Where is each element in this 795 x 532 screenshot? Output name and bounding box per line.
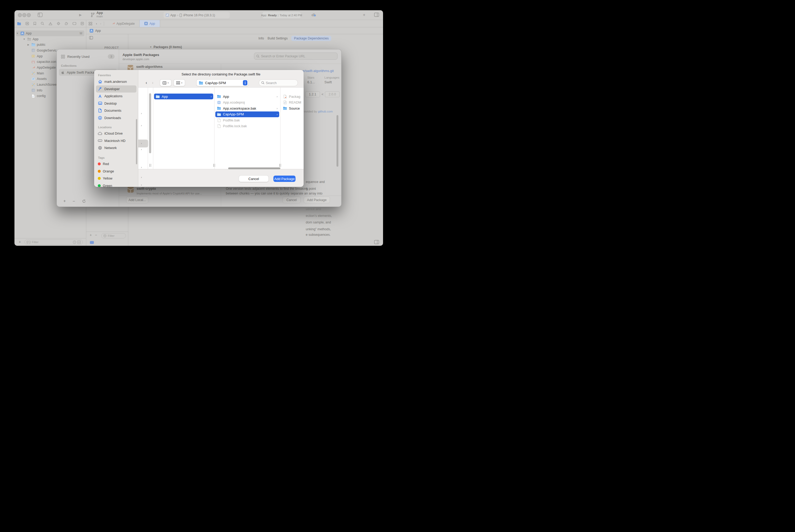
sidebar-item-green[interactable]: Green <box>96 182 136 187</box>
sidebar-item-macintosh-hd[interactable]: Macintosh HD <box>96 137 136 144</box>
column-overflow-chevron[interactable]: › <box>141 124 142 127</box>
collection-remove-button[interactable]: − <box>73 199 75 204</box>
navigator-filter-field[interactable]: Filter <box>24 240 83 245</box>
home-icon <box>98 80 102 83</box>
project-filter-field[interactable]: Filter <box>101 233 126 239</box>
add-local-button[interactable]: Add Local... <box>126 196 148 203</box>
collection-add-button[interactable]: + <box>63 199 66 204</box>
github-link[interactable]: github.com <box>318 110 333 113</box>
add-editor-icon[interactable]: + <box>363 12 365 18</box>
sidebar-item-red[interactable]: Red <box>96 160 136 167</box>
navigator-row[interactable]: ▼App <box>16 36 84 42</box>
file-row-readm[interactable]: READM <box>281 100 304 106</box>
sidebar-item-mark-anderson[interactable]: mark.anderson <box>96 78 136 85</box>
sidebar-item-applications[interactable]: Applications <box>96 93 136 100</box>
sidebar-toggle-icon[interactable] <box>38 13 43 17</box>
sidebar-item-documents[interactable]: Documents <box>96 107 136 114</box>
sidebar-item-developer[interactable]: Developer <box>96 86 136 93</box>
project-remove-button[interactable]: − <box>95 233 97 237</box>
editor-layout-icon[interactable] <box>374 13 379 17</box>
column-overflow-chevron[interactable]: › <box>141 166 142 169</box>
navigator-row[interactable]: ▶public <box>16 42 84 48</box>
column-view-button[interactable]: ▾ <box>160 79 171 86</box>
file-row-podfile-lock-bak[interactable]: Podfile.lock.bak <box>215 123 279 129</box>
package-search-field[interactable]: Search or Enter Package URL <box>254 53 338 60</box>
column-overflow-chevron[interactable]: › <box>141 112 142 115</box>
sidebar-item-orange[interactable]: Orange <box>96 168 136 175</box>
inspector-toggle-icon[interactable] <box>89 36 93 39</box>
run-button[interactable]: ▶ <box>79 13 82 17</box>
file-row-podfile-bak[interactable]: Podfile.bak <box>215 117 279 123</box>
cancel-button[interactable]: Cancel <box>239 176 268 182</box>
forward-nav-icon[interactable]: › <box>100 22 101 25</box>
version-min-field[interactable]: 1.2.1 <box>305 92 320 97</box>
navigator-folder-icon[interactable] <box>17 22 21 25</box>
sidebar-item-icloud-drive[interactable]: iCloud Drive <box>96 130 136 137</box>
sidebar-item-downloads[interactable]: Downloads <box>96 114 136 121</box>
file-row-capapp-spm[interactable]: CapApp-SPM› <box>215 111 279 117</box>
navigator-row-root[interactable]: ▼AppM <box>16 31 84 36</box>
forward-button[interactable]: › <box>152 80 153 85</box>
readme-fragment: unking” methods, <box>306 227 331 231</box>
column-resize-handle[interactable] <box>279 164 282 167</box>
package-row-swift-crypto[interactable]: swift-crypto Implements most of Apple's … <box>127 186 219 195</box>
sidebar-item-desktop[interactable]: Desktop <box>96 100 136 107</box>
directory-popup[interactable]: CapApp-SPM ▲▼ <box>196 79 248 86</box>
readme-fragment: dom sample, and <box>306 221 331 224</box>
column-resize-handle[interactable] <box>149 164 152 167</box>
horizontal-scrollbar[interactable] <box>228 167 280 169</box>
file-row-app[interactable]: App› <box>215 94 279 99</box>
navigator-debug-icon[interactable] <box>65 22 68 25</box>
column-resize-handle[interactable] <box>212 164 216 167</box>
file-search-field[interactable]: Search <box>259 79 298 86</box>
navigator-tests-icon[interactable] <box>57 22 60 25</box>
tab-package-dependencies[interactable]: Package Dependencies <box>291 36 331 41</box>
traffic-zoom-button[interactable] <box>27 13 31 17</box>
project-add-button[interactable]: + <box>90 233 92 237</box>
file-row-app-xcworkspace-bak[interactable]: App.xcworkspace.bak› <box>215 106 279 111</box>
recently-used-item[interactable]: Recently Used 3 <box>59 53 117 60</box>
navigator-search-icon[interactable] <box>41 22 44 25</box>
detail-scrollbar[interactable] <box>337 115 338 167</box>
add-file-button[interactable]: + <box>19 240 21 244</box>
package-url-link[interactable]: e/swift-algorithms.git <box>303 69 334 73</box>
run-destination-pill[interactable]: App › iPhone 16 Pro (18.3.1) <box>164 12 230 18</box>
tab-overview-icon[interactable] <box>89 22 92 25</box>
file-row-packag[interactable]: Packag <box>281 94 304 99</box>
readme-fragment: ection’s elements, <box>306 214 332 217</box>
tab-app[interactable]: App <box>139 20 160 27</box>
column-overflow-chevron[interactable]: › <box>141 183 142 186</box>
version-max-field[interactable]: 2.0.0 <box>325 92 340 97</box>
traffic-close-button[interactable] <box>18 13 22 17</box>
column-scrollbar[interactable] <box>149 93 151 153</box>
navigator-reports-icon[interactable] <box>81 22 84 25</box>
sidebar-item-yellow[interactable]: Yellow <box>96 175 136 182</box>
tab-build-settings[interactable]: Build Settings <box>268 37 288 40</box>
bottom-editor-layout-icon[interactable] <box>374 240 379 244</box>
column-overflow-chevron[interactable]: › <box>141 148 142 151</box>
group-view-button[interactable]: ▾ <box>173 79 185 86</box>
add-package-button[interactable]: Add Package <box>273 176 296 182</box>
pkg-add-package-button[interactable]: Add Package <box>304 196 330 203</box>
navigator-issues-icon[interactable] <box>49 22 52 25</box>
locations-header: Locations <box>98 126 112 129</box>
sidebar-item-network[interactable]: Network <box>96 144 136 151</box>
file-row-app-xcodeproj[interactable]: App.xcodeproj <box>215 100 279 106</box>
packages-section-header[interactable]: ▼ Packages (0 items) <box>150 45 182 49</box>
back-nav-icon[interactable]: ‹ <box>96 22 97 25</box>
navigator-breakpoints-icon[interactable] <box>73 22 76 25</box>
collection-reload-icon[interactable] <box>82 199 86 203</box>
tab-info[interactable]: Info <box>259 37 264 40</box>
pkg-cancel-button[interactable]: Cancel <box>283 196 301 203</box>
back-button[interactable]: ‹ <box>146 80 147 85</box>
column-overflow-chevron[interactable]: › <box>141 176 142 179</box>
sidebar-scrollbar[interactable] <box>136 119 137 164</box>
navigator-scm-icon[interactable] <box>25 22 29 25</box>
file-row-source[interactable]: Source <box>281 106 304 111</box>
file-row-app[interactable]: App› <box>154 94 213 99</box>
tab-appdelegate[interactable]: AppDelegate <box>107 20 139 27</box>
column-overflow-chevron[interactable]: › <box>141 142 142 145</box>
traffic-minimize-button[interactable] <box>22 13 26 17</box>
navigator-bookmark-icon[interactable] <box>33 22 36 25</box>
jump-bar[interactable]: App <box>86 27 383 34</box>
